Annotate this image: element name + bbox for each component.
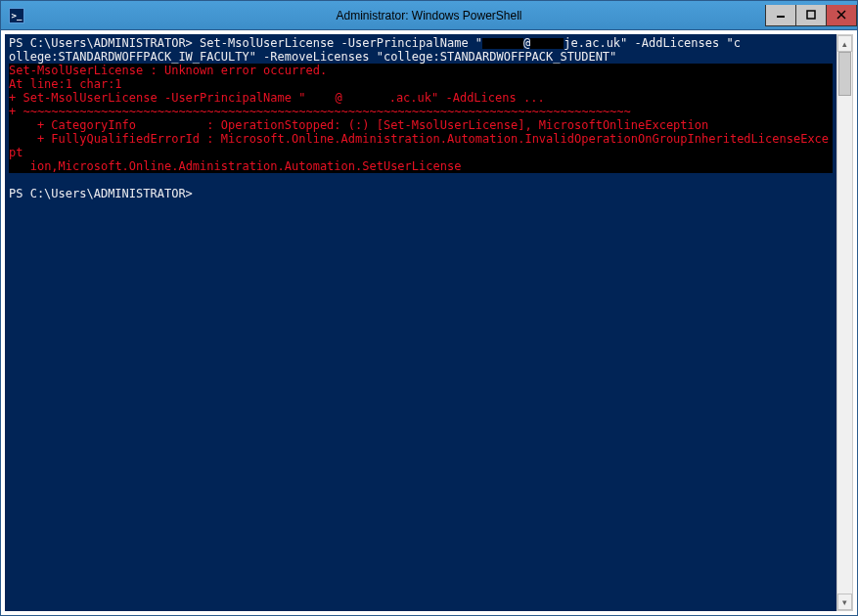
error-line: + CategoryInfo : OperationStopped: (:) [… [9, 118, 833, 132]
redacted-text [342, 93, 389, 104]
maximize-icon [806, 10, 816, 20]
error-line: At line:1 char:1 [9, 77, 833, 91]
maximize-button[interactable] [795, 5, 827, 26]
chevron-up-icon: ▴ [842, 39, 847, 49]
minimize-icon [776, 10, 786, 20]
titlebar[interactable]: >_ Administrator: Windows PowerShell [1, 1, 857, 30]
error-line: + ~~~~~~~~~~~~~~~~~~~~~~~~~~~~~~~~~~~~~~… [9, 105, 833, 118]
window-title: Administrator: Windows PowerShell [336, 9, 521, 22]
error-line: ion,Microsoft.Online.Administration.Auto… [9, 159, 833, 173]
cmd-part1: PS C:\Users\ADMINISTRATOR> Set-MsolUserL… [9, 36, 482, 50]
error-line: Set-MsolUserLicense : Unknown error occu… [9, 64, 833, 77]
minimize-button[interactable] [765, 5, 796, 26]
redacted-text [482, 38, 523, 49]
powershell-icon: >_ [12, 11, 23, 21]
vertical-scrollbar[interactable]: ▴ ▾ [836, 34, 853, 611]
command-line-2: ollege:STANDARDWOFFPACK_IW_FACULTY" -Rem… [9, 50, 833, 64]
error-line: + FullyQualifiedErrorId : Microsoft.Onli… [9, 132, 833, 159]
command-line: PS C:\Users\ADMINISTRATOR> Set-MsolUserL… [9, 36, 833, 50]
redacted-text [530, 38, 564, 49]
console-output[interactable]: PS C:\Users\ADMINISTRATOR> Set-MsolUserL… [5, 34, 836, 611]
client-area: PS C:\Users\ADMINISTRATOR> Set-MsolUserL… [1, 30, 857, 615]
cmd-part1b: je.ac.uk" -AddLicenses "c [564, 36, 741, 50]
error-line: + Set-MsolUserLicense -UserPrincipalName… [9, 91, 833, 105]
powershell-window: >_ Administrator: Windows PowerShell PS … [0, 0, 858, 616]
close-button[interactable] [826, 5, 857, 26]
scroll-down-button[interactable]: ▾ [837, 594, 852, 610]
scroll-track[interactable] [837, 52, 852, 594]
err-part-a: + Set-MsolUserLicense -UserPrincipalName… [9, 91, 305, 105]
err-at: @ [335, 91, 341, 105]
svg-rect-1 [807, 11, 815, 19]
chevron-down-icon: ▾ [842, 597, 847, 607]
prompt: PS C:\Users\ADMINISTRATOR> [9, 187, 833, 200]
blank-line [9, 173, 833, 187]
scroll-thumb[interactable] [838, 52, 851, 96]
cmd-redact-mid: @ [523, 36, 530, 50]
app-icon: >_ [9, 8, 24, 23]
redacted-text [305, 93, 335, 104]
window-controls [766, 5, 857, 26]
err-part-b: .ac.uk" -AddLicens ... [389, 91, 545, 105]
close-icon [836, 10, 846, 20]
scroll-up-button[interactable]: ▴ [837, 35, 852, 52]
